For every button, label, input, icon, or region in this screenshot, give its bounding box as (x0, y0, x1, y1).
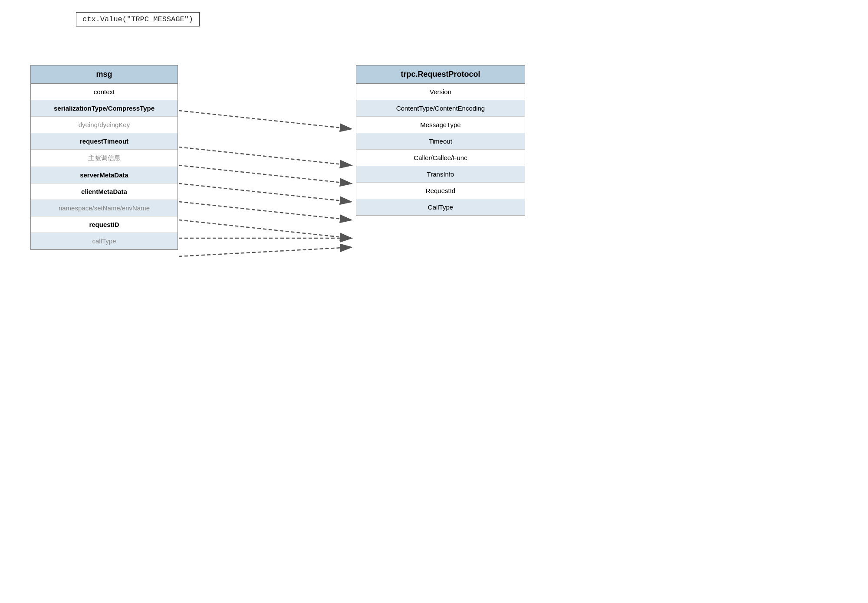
table-row: requestTimeout (31, 133, 178, 150)
table-row: 主被调信息 (31, 150, 178, 167)
table-row: requestID (31, 216, 178, 233)
left-table: msg context serializationType/CompressTy… (30, 65, 178, 250)
arrow-caller (179, 165, 351, 184)
table-row: CallType (356, 199, 525, 216)
table-row: callType (31, 233, 178, 249)
table-row: dyeing/dyeingKey (31, 117, 178, 133)
diagram-area: msg context serializationType/CompressTy… (26, 52, 859, 573)
right-table: trpc.RequestProtocol Version ContentType… (356, 65, 525, 216)
table-row: namespace/setName/envName (31, 200, 178, 216)
table-row: context (31, 84, 178, 100)
arrow-transinfo (179, 184, 351, 202)
table-row: RequestId (356, 183, 525, 199)
table-row: Caller/Callee/Func (356, 150, 525, 166)
table-row: clientMetaData (31, 184, 178, 200)
arrow-timeout (179, 147, 351, 165)
table-row: MessageType (356, 117, 525, 133)
table-row: ContentType/ContentEncoding (356, 100, 525, 117)
right-table-header: trpc.RequestProtocol (356, 66, 525, 84)
arrow-serialization (179, 111, 351, 129)
arrow-requestid (179, 202, 351, 220)
arrow-calltype2 (179, 247, 351, 256)
arrow-calltype (179, 220, 351, 238)
code-label: ctx.Value("TRPC_MESSAGE") (76, 12, 200, 26)
table-row: serverMetaData (31, 167, 178, 184)
left-table-header: msg (31, 66, 178, 84)
table-row: TransInfo (356, 166, 525, 183)
table-row: serializationType/CompressType (31, 100, 178, 117)
table-row: Version (356, 84, 525, 100)
table-row: Timeout (356, 133, 525, 150)
